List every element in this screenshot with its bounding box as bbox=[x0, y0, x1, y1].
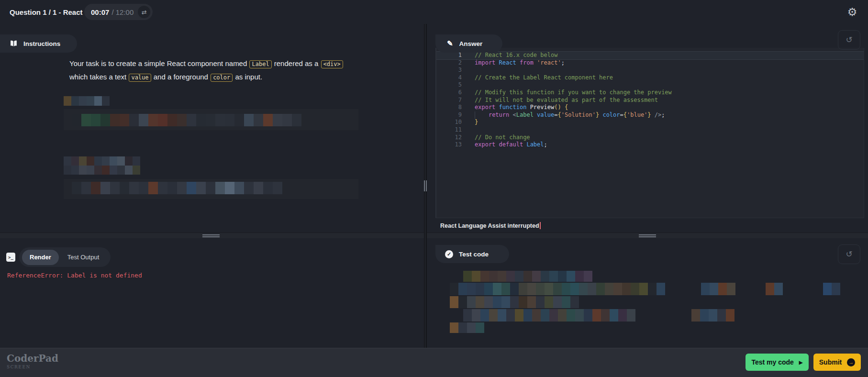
inline-code-chip: value bbox=[129, 74, 151, 82]
splitter-grip[interactable] bbox=[202, 234, 220, 237]
redacted-row bbox=[72, 182, 282, 194]
timer-total: / 12:00 bbox=[111, 8, 134, 16]
test-button-label: Test my code bbox=[751, 358, 793, 366]
task-description: Your task is to create a simple React co… bbox=[69, 57, 363, 84]
redacted-row bbox=[450, 296, 579, 308]
line-number: 11 bbox=[436, 126, 462, 134]
redacted-row bbox=[463, 271, 592, 282]
line-number: 3 bbox=[436, 67, 462, 74]
code-line: 5 bbox=[436, 81, 864, 89]
redacted-row bbox=[701, 283, 735, 295]
instructions-panel: Instructions Your task is to create a si… bbox=[0, 24, 424, 233]
line-number: 9 bbox=[436, 111, 462, 119]
code-editor[interactable]: 1// React 16.x code below2import React f… bbox=[435, 48, 864, 222]
inline-code-chip: Label bbox=[249, 60, 271, 68]
refresh-icon: ↺ bbox=[846, 35, 852, 45]
reset-answer-button[interactable]: ↺ bbox=[838, 30, 860, 50]
language-assist-statusbar: React Language Assist interrupted bbox=[435, 218, 864, 233]
test-my-code-button[interactable]: Test my code ▶ bbox=[746, 354, 809, 371]
line-number: 5 bbox=[436, 81, 462, 89]
splitter-grip[interactable] bbox=[639, 234, 656, 237]
pencil-icon: ✎ bbox=[447, 39, 453, 48]
top-bar: Question 1 / 1 - React 00:07 / 12:00 ⇄ ⚙ bbox=[0, 0, 868, 25]
coderpad-app: Question 1 / 1 - React 00:07 / 12:00 ⇄ ⚙… bbox=[0, 0, 868, 377]
submit-arrow-icon: → bbox=[847, 358, 855, 366]
console-tab-render[interactable]: Render bbox=[22, 250, 59, 265]
terminal-icon: >_ bbox=[6, 253, 15, 262]
check-circle-icon: ✓ bbox=[445, 250, 453, 258]
timer: 00:07 / 12:00 ⇄ bbox=[84, 4, 153, 20]
redacted-row bbox=[64, 166, 140, 175]
code-line: 10} bbox=[436, 119, 864, 126]
line-number: 10 bbox=[436, 119, 462, 126]
line-number: 8 bbox=[436, 104, 462, 111]
timer-elapsed: 00:07 bbox=[91, 8, 109, 16]
tab-instructions-label: Instructions bbox=[23, 40, 60, 47]
book-icon bbox=[10, 40, 18, 47]
answer-panel: 1// React 16.x code below2import React f… bbox=[427, 24, 868, 233]
redacted-row bbox=[64, 156, 140, 166]
code-line: 3 bbox=[436, 67, 864, 74]
redacted-row bbox=[72, 114, 301, 126]
play-icon: ▶ bbox=[799, 360, 803, 365]
brand-name: CoderPad bbox=[7, 353, 58, 364]
code-line: 9 return <Label value={'Solution'} color… bbox=[436, 111, 864, 119]
coderpad-logo: CoderPad SCREEN bbox=[7, 353, 58, 369]
code-line: 8export function Preview() { bbox=[436, 104, 864, 111]
line-number: 2 bbox=[436, 59, 462, 67]
status-caret bbox=[540, 222, 541, 229]
console-tabs: RenderTest Output bbox=[19, 247, 111, 267]
tab-answer[interactable]: ✎ Answer bbox=[435, 34, 502, 53]
redacted-row bbox=[463, 309, 635, 322]
redacted-row bbox=[450, 322, 484, 333]
redacted-row bbox=[64, 96, 110, 106]
code-line: 2import React from 'react'; bbox=[436, 59, 864, 67]
status-text: React Language Assist interrupted bbox=[440, 222, 539, 229]
reset-test-button[interactable]: ↺ bbox=[838, 244, 860, 264]
render-panel: >_ RenderTest Output ReferenceError: Lab… bbox=[0, 238, 424, 348]
redacted-row bbox=[691, 309, 734, 322]
redacted-row bbox=[823, 283, 840, 295]
submit-button-label: Submit bbox=[819, 358, 842, 366]
footer-bar: CoderPad SCREEN Test my code ▶ Submit → bbox=[0, 348, 868, 377]
question-title: Question 1 / 1 - React bbox=[10, 0, 83, 24]
inline-code-chip: <div> bbox=[321, 60, 343, 68]
inline-code-chip: color bbox=[211, 74, 233, 82]
redacted-row bbox=[450, 283, 665, 295]
tab-answer-label: Answer bbox=[459, 40, 483, 47]
line-number: 6 bbox=[436, 89, 462, 97]
code-line: 7// It will not be evaluated as part of … bbox=[436, 97, 864, 104]
tab-test-code[interactable]: ✓ Test code bbox=[435, 245, 509, 263]
code-line: 13export default Label; bbox=[436, 141, 864, 149]
console-tab-test-output[interactable]: Test Output bbox=[60, 250, 107, 265]
brand-subtitle: SCREEN bbox=[7, 365, 58, 369]
line-number: 12 bbox=[436, 134, 462, 142]
line-number: 7 bbox=[436, 97, 462, 104]
line-number: 4 bbox=[436, 74, 462, 82]
code-line: 4// Create the Label React component her… bbox=[436, 74, 864, 82]
timer-toggle-button[interactable]: ⇄ bbox=[138, 6, 150, 18]
refresh-icon: ↺ bbox=[846, 249, 852, 259]
tab-instructions[interactable]: Instructions bbox=[0, 34, 77, 53]
line-number: 13 bbox=[436, 141, 462, 149]
code-line: 11 bbox=[436, 126, 864, 134]
settings-button[interactable]: ⚙ bbox=[844, 0, 860, 24]
console-error-text: ReferenceError: Label is not defined bbox=[7, 272, 142, 279]
line-number: 1 bbox=[436, 52, 462, 59]
code-line: 12// Do not change bbox=[436, 134, 864, 142]
code-line: 6// Modify this function if you want to … bbox=[436, 89, 864, 97]
redacted-row bbox=[766, 283, 783, 295]
tab-test-code-label: Test code bbox=[459, 251, 489, 258]
gear-icon: ⚙ bbox=[847, 6, 857, 19]
code-line: 1// React 16.x code below bbox=[436, 52, 864, 59]
swap-arrows-icon: ⇄ bbox=[142, 9, 147, 16]
test-code-panel: ✓ Test code ↺ bbox=[427, 238, 868, 348]
submit-button[interactable]: Submit → bbox=[813, 354, 861, 371]
